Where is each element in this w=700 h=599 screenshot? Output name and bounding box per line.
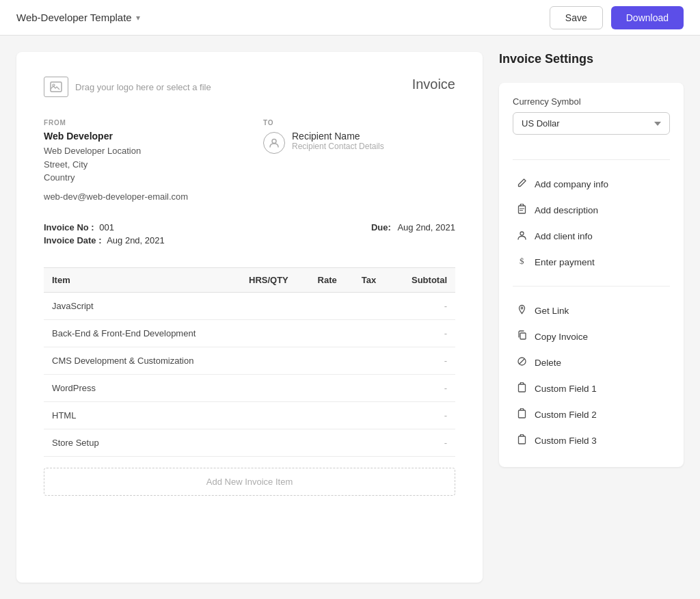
menu-item-custom-field-1[interactable]: Custom Field 1 [513, 375, 670, 401]
col-rate: Rate [310, 268, 353, 293]
svg-rect-9 [518, 384, 525, 392]
invoice-header-row: Drag your logo here or select a file Inv… [44, 77, 455, 97]
delete-icon [515, 356, 528, 369]
settings-title: Invoice Settings [499, 52, 684, 66]
item-hrs-qty [241, 293, 310, 320]
svg-point-2 [272, 139, 276, 144]
from-name: Web Developer [44, 131, 236, 142]
invoice-no-line: Invoice No : 001 [44, 222, 165, 232]
item-rate [310, 320, 353, 347]
download-button[interactable]: Download [611, 6, 684, 29]
copy-invoice-icon [515, 330, 528, 343]
item-name: CMS Development & Customization [44, 347, 241, 375]
menu-item-delete[interactable]: Delete [513, 349, 670, 375]
item-tax [353, 320, 392, 347]
item-hrs-qty [241, 347, 310, 375]
table-header: Item HRS/QTY Rate Tax Subtotal [44, 268, 455, 293]
topbar-left: Web-Developer Template ▾ [16, 12, 140, 23]
add-description-icon [515, 204, 528, 216]
item-subtotal: - [392, 375, 455, 402]
item-subtotal: - [392, 429, 455, 457]
image-icon [44, 77, 68, 97]
item-hrs-qty [241, 402, 310, 429]
item-name: JavaScript [44, 293, 241, 320]
item-tax [353, 293, 392, 320]
col-tax: Tax [353, 268, 392, 293]
menu-item-add-description[interactable]: Add description [513, 197, 670, 223]
table-row: Back-End & Front-End Development - [44, 320, 455, 347]
enter-payment-icon: $ [515, 256, 528, 268]
menu-item-enter-payment[interactable]: $ Enter payment [513, 249, 670, 275]
enter-payment-label: Enter payment [535, 257, 595, 267]
table-row: JavaScript - [44, 293, 455, 320]
col-item: Item [44, 268, 241, 293]
menu-item-custom-field-2[interactable]: Custom Field 2 [513, 401, 670, 427]
invoice-meta-left: Invoice No : 001 Invoice Date : Aug 2nd,… [44, 222, 165, 248]
item-rate [310, 347, 353, 375]
recipient-avatar-icon [263, 132, 285, 154]
item-name: Back-End & Front-End Development [44, 320, 241, 347]
chevron-down-icon[interactable]: ▾ [136, 13, 140, 23]
item-tax [353, 429, 392, 457]
svg-rect-11 [518, 436, 525, 444]
item-hrs-qty [241, 320, 310, 347]
custom-field-1-icon [515, 382, 528, 395]
recipient-name: Recipient Name [292, 131, 384, 142]
add-company-info-label: Add company info [535, 179, 608, 189]
item-rate [310, 402, 353, 429]
invoice-date-line: Invoice Date : Aug 2nd, 2021 [44, 235, 165, 245]
menu-item-add-company-info[interactable]: Add company info [513, 171, 670, 197]
custom-field-3-label: Custom Field 3 [535, 436, 597, 446]
from-section: FROM Web Developer Web Developer Locatio… [44, 119, 236, 203]
svg-point-1 [53, 84, 55, 86]
add-company-info-icon [515, 178, 528, 190]
menu-item-get-link[interactable]: Get Link [513, 297, 670, 323]
add-item-button[interactable]: Add New Invoice Item [44, 468, 455, 496]
add-client-info-label: Add client info [535, 231, 593, 241]
item-rate [310, 293, 353, 320]
svg-rect-10 [518, 410, 525, 418]
table-row: CMS Development & Customization - [44, 347, 455, 375]
settings-divider-2 [513, 286, 670, 287]
item-hrs-qty [241, 375, 310, 402]
item-name: WordPress [44, 375, 241, 402]
item-tax [353, 402, 392, 429]
currency-select[interactable]: US DollarEuroBritish PoundJapanese Yen [513, 112, 670, 135]
item-subtotal: - [392, 402, 455, 429]
recipient-contact: Recipient Contact Details [292, 142, 384, 151]
svg-point-6 [521, 307, 523, 309]
settings-panel: Invoice Settings Currency Symbol US Doll… [499, 52, 684, 583]
menu-item-copy-invoice[interactable]: Copy Invoice [513, 323, 670, 349]
save-button[interactable]: Save [550, 6, 603, 29]
from-to-row: FROM Web Developer Web Developer Locatio… [44, 119, 455, 203]
to-label: TO [263, 119, 455, 127]
get-link-icon [515, 304, 528, 317]
custom-field-1-label: Custom Field 1 [535, 384, 597, 394]
line-items-body: JavaScript - Back-End & Front-End Develo… [44, 293, 455, 457]
template-title: Web-Developer Template [16, 12, 132, 23]
items-table: Item HRS/QTY Rate Tax Subtotal JavaScrip… [44, 267, 455, 457]
settings-menu: Add company info Add description Add cli… [513, 171, 670, 453]
invoice-meta-row: Invoice No : 001 Invoice Date : Aug 2nd,… [44, 222, 455, 248]
from-label: FROM [44, 119, 236, 127]
add-description-label: Add description [535, 205, 598, 215]
settings-divider-1 [513, 159, 670, 160]
copy-invoice-label: Copy Invoice [535, 332, 588, 342]
item-tax [353, 347, 392, 375]
item-name: Store Setup [44, 429, 241, 457]
topbar-actions: Save Download [550, 6, 684, 29]
to-recipient: Recipient Name Recipient Contact Details [263, 131, 455, 154]
menu-item-add-client-info[interactable]: Add client info [513, 223, 670, 249]
get-link-label: Get Link [535, 306, 569, 316]
svg-text:$: $ [520, 256, 524, 266]
logo-upload-area[interactable]: Drag your logo here or select a file [44, 77, 211, 97]
table-row: Store Setup - [44, 429, 455, 457]
from-email: web-dev@web-developer-email.com [44, 190, 236, 204]
svg-point-4 [520, 232, 524, 235]
delete-label: Delete [535, 358, 561, 368]
menu-item-custom-field-3[interactable]: Custom Field 3 [513, 427, 670, 453]
custom-field-2-icon [515, 408, 528, 421]
item-rate [310, 429, 353, 457]
to-section: TO Recipient Name Recipient Contact Deta… [263, 119, 455, 203]
logo-placeholder-text: Drag your logo here or select a file [75, 82, 211, 92]
